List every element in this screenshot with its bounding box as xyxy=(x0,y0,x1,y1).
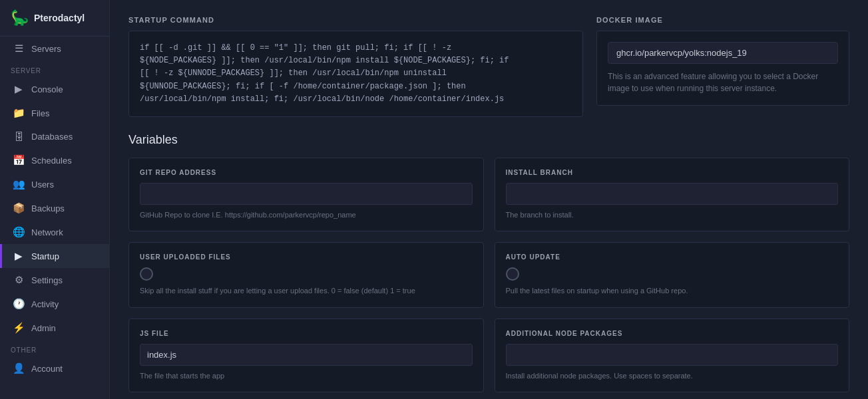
sidebar: 🦕 Pterodactyl ☰ Servers Server ▶ Console… xyxy=(0,0,110,399)
sidebar-item-network-label: Network xyxy=(31,227,63,237)
network-icon: 🌐 xyxy=(13,226,25,238)
settings-icon: ⚙ xyxy=(13,274,25,286)
sidebar-item-account[interactable]: 👤 Account xyxy=(0,356,109,380)
var-auto-update-label: AUTO UPDATE xyxy=(506,253,839,261)
logo-text: Pterodactyl xyxy=(34,13,85,23)
activity-icon: 🕐 xyxy=(13,298,25,310)
databases-icon: 🗄 xyxy=(13,131,25,142)
sidebar-item-admin-label: Admin xyxy=(31,323,56,333)
sidebar-item-account-label: Account xyxy=(31,364,63,374)
servers-icon: ☰ xyxy=(13,43,25,55)
var-card-install-branch: INSTALL BRANCH The branch to install. xyxy=(495,158,850,231)
var-card-js-file: JS FILE The file that starts the app xyxy=(128,319,484,392)
var-card-git-repo: GIT REPO ADDRESS GitHub Repo to clone I.… xyxy=(128,158,484,231)
variables-grid: GIT REPO ADDRESS GitHub Repo to clone I.… xyxy=(128,158,849,392)
var-git-repo-input[interactable] xyxy=(140,183,473,205)
server-section-label: Server xyxy=(0,61,109,77)
sidebar-item-files-label: Files xyxy=(31,108,49,118)
var-install-branch-label: INSTALL BRANCH xyxy=(506,169,839,176)
variables-section: Variables GIT REPO ADDRESS GitHub Repo t… xyxy=(128,133,849,392)
docker-image-label: DOCKER IMAGE xyxy=(596,16,849,24)
user-uploaded-files-toggle-row xyxy=(140,267,473,281)
var-additional-node-packages-label: ADDITIONAL NODE PACKAGES xyxy=(506,330,839,337)
user-uploaded-files-toggle[interactable] xyxy=(140,267,153,281)
sidebar-item-servers[interactable]: ☰ Servers xyxy=(0,37,109,61)
sidebar-item-settings-label: Settings xyxy=(31,275,63,285)
sidebar-item-startup-label: Startup xyxy=(31,251,59,261)
var-card-additional-node-packages: ADDITIONAL NODE PACKAGES Install additio… xyxy=(495,319,850,392)
console-icon: ▶ xyxy=(13,83,25,95)
admin-icon: ⚡ xyxy=(13,322,25,334)
startup-command-section: STARTUP COMMAND if [[ -d .git ]] && [[ 0… xyxy=(128,16,583,117)
backups-icon: 📦 xyxy=(13,202,25,214)
var-card-user-uploaded-files: USER UPLOADED FILES Skip all the install… xyxy=(128,242,484,307)
sidebar-item-backups[interactable]: 📦 Backups xyxy=(0,196,109,220)
var-git-repo-label: GIT REPO ADDRESS xyxy=(140,169,473,176)
docker-image-section: DOCKER IMAGE ghcr.io/parkervcp/yolks:nod… xyxy=(596,16,849,117)
sidebar-item-admin[interactable]: ⚡ Admin xyxy=(0,316,109,340)
docker-image-desc: This is an advanced feature allowing you… xyxy=(608,70,838,94)
var-install-branch-desc: The branch to install. xyxy=(506,210,839,220)
var-user-uploaded-files-label: USER UPLOADED FILES xyxy=(140,253,473,261)
sidebar-item-activity[interactable]: 🕐 Activity xyxy=(0,292,109,316)
sidebar-item-network[interactable]: 🌐 Network xyxy=(0,220,109,244)
var-card-auto-update: AUTO UPDATE Pull the latest files on sta… xyxy=(495,242,850,307)
docker-image-select[interactable]: ghcr.io/parkervcp/yolks:nodejs_19 xyxy=(608,42,838,64)
var-js-file-label: JS FILE xyxy=(140,330,473,337)
startup-command-label: STARTUP COMMAND xyxy=(128,16,583,24)
main-content: STARTUP COMMAND if [[ -d .git ]] && [[ 0… xyxy=(110,0,868,399)
sidebar-item-schedules-label: Schedules xyxy=(31,156,72,166)
sidebar-item-console-label: Console xyxy=(31,84,63,94)
startup-icon: ▶ xyxy=(13,250,25,262)
sidebar-item-activity-label: Activity xyxy=(31,299,59,309)
var-additional-node-packages-desc: Install additional node packages. Use sp… xyxy=(506,371,839,381)
var-git-repo-desc: GitHub Repo to clone I.E. https://github… xyxy=(140,210,473,220)
sidebar-item-servers-label: Servers xyxy=(31,44,61,54)
var-install-branch-input[interactable] xyxy=(506,183,839,205)
sidebar-item-console[interactable]: ▶ Console xyxy=(0,77,109,101)
docker-block: ghcr.io/parkervcp/yolks:nodejs_19 This i… xyxy=(596,31,849,106)
schedules-icon: 📅 xyxy=(13,154,25,166)
sidebar-item-startup[interactable]: ▶ Startup xyxy=(0,244,109,268)
sidebar-item-files[interactable]: 📁 Files xyxy=(0,101,109,125)
sidebar-item-databases-label: Databases xyxy=(31,132,73,142)
sidebar-item-users-label: Users xyxy=(31,180,54,190)
sidebar-item-schedules[interactable]: 📅 Schedules xyxy=(0,148,109,172)
auto-update-toggle[interactable] xyxy=(506,267,519,281)
files-icon: 📁 xyxy=(13,107,25,119)
sidebar-item-backups-label: Backups xyxy=(31,203,65,213)
var-js-file-input[interactable] xyxy=(140,344,473,366)
auto-update-toggle-row xyxy=(506,267,839,281)
startup-command-text: if [[ -d .git ]] && [[ 0 == "1" ]]; then… xyxy=(128,31,583,117)
logo-icon: 🦕 xyxy=(11,9,29,27)
sidebar-item-databases[interactable]: 🗄 Databases xyxy=(0,125,109,148)
sidebar-item-settings[interactable]: ⚙ Settings xyxy=(0,268,109,292)
account-icon: 👤 xyxy=(13,362,25,374)
variables-title: Variables xyxy=(128,133,849,147)
other-section-label: Other xyxy=(0,340,109,356)
top-row: STARTUP COMMAND if [[ -d .git ]] && [[ 0… xyxy=(128,16,849,117)
var-js-file-desc: The file that starts the app xyxy=(140,371,473,381)
var-additional-node-packages-input[interactable] xyxy=(506,344,839,366)
users-icon: 👥 xyxy=(13,178,25,190)
sidebar-item-users[interactable]: 👥 Users xyxy=(0,172,109,196)
var-auto-update-desc: Pull the latest files on startup when us… xyxy=(506,286,839,296)
var-user-uploaded-files-desc: Skip all the install stuff if you are le… xyxy=(140,286,473,296)
logo: 🦕 Pterodactyl xyxy=(0,0,109,37)
